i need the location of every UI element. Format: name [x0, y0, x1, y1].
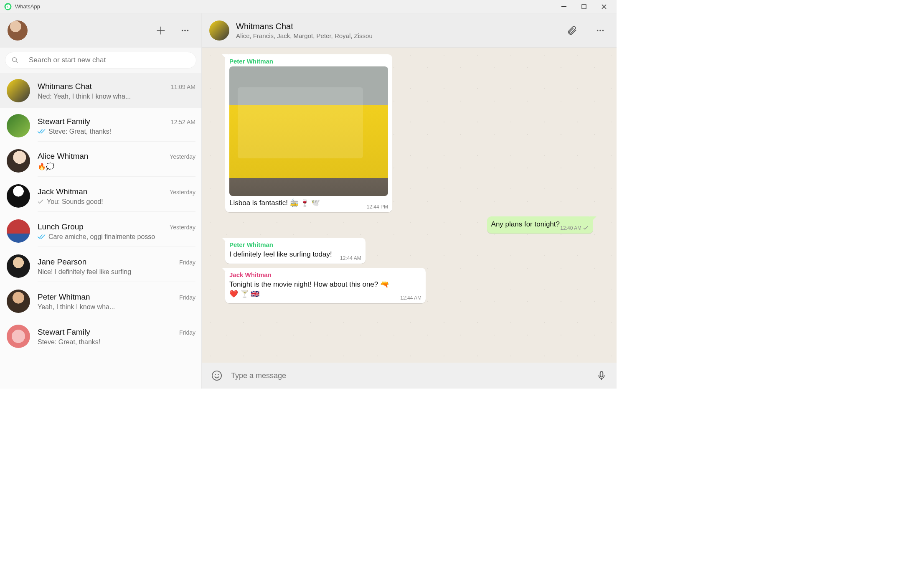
chat-snippet: Ned: Yeah, I think I know wha...	[38, 93, 195, 100]
more-horizontal-icon	[180, 26, 190, 35]
message-image[interactable]	[229, 66, 388, 196]
chat-avatar	[7, 290, 30, 313]
more-horizontal-icon	[596, 26, 605, 35]
composer	[202, 363, 617, 389]
left-header	[0, 13, 201, 48]
chat-name: Alice Whitman	[38, 152, 170, 161]
message-sender: Peter Whitman	[229, 241, 361, 248]
left-menu-button[interactable]	[176, 22, 194, 39]
message-sender: Jack Whitman	[229, 271, 421, 278]
chat-list-item[interactable]: Whitmans Chat11:09 AMNed: Yeah, I think …	[0, 73, 201, 108]
double-check-read-icon	[38, 129, 46, 135]
chat-time: Friday	[179, 294, 195, 301]
message-time: 12:44 AM	[400, 295, 421, 301]
window-minimize-button[interactable]	[554, 0, 574, 13]
chat-name: Stewart Family	[38, 328, 179, 337]
conversation-pane: Whitmans Chat Alice, Francis, Jack, Marg…	[202, 13, 617, 389]
smiley-icon	[211, 370, 223, 381]
conversation-title: Whitmans Chat	[236, 21, 373, 31]
double-check-read-icon	[38, 234, 46, 240]
message-text: Lisboa is fantastic! 🚋 🍷 🕊️	[229, 198, 388, 208]
chat-avatar	[7, 325, 30, 348]
chat-snippet: 🔥💭	[38, 163, 195, 170]
message-row: Any plans for tonight?12:40 AM	[225, 216, 593, 234]
svg-point-5	[187, 30, 189, 31]
chat-snippet: Nice! I definitely feel like surfing	[38, 268, 195, 276]
chat-list[interactable]: Whitmans Chat11:09 AMNed: Yeah, I think …	[0, 73, 201, 389]
message-time: 12:40 AM	[560, 225, 581, 231]
message-input[interactable]	[225, 371, 593, 380]
conversation-subtitle: Alice, Francis, Jack, Margot, Peter, Roy…	[236, 32, 373, 39]
chat-list-item[interactable]: Peter WhitmanFridayYeah, I think I know …	[0, 284, 201, 319]
message-bubble[interactable]: Peter WhitmanLisboa is fantastic! 🚋 🍷 🕊️…	[225, 54, 392, 212]
new-chat-button[interactable]	[152, 22, 170, 39]
conversation-header[interactable]: Whitmans Chat Alice, Francis, Jack, Marg…	[202, 13, 617, 48]
chat-list-item[interactable]: Stewart FamilyFridaySteve: Great, thanks…	[0, 319, 201, 354]
window-close-button[interactable]	[594, 0, 614, 13]
message-row: Peter WhitmanI definitely feel like surf…	[225, 238, 593, 264]
chat-time: Friday	[179, 329, 195, 336]
chat-list-pane: Whitmans Chat11:09 AMNed: Yeah, I think …	[0, 13, 202, 389]
window-maximize-button[interactable]	[574, 0, 594, 13]
chat-avatar	[7, 184, 30, 208]
chat-time: Yesterday	[170, 189, 195, 196]
window-titlebar: WhatsApp	[0, 0, 617, 13]
chat-snippet: Care amiche, oggi finalmente posso	[38, 233, 195, 241]
svg-point-7	[597, 30, 599, 31]
my-avatar[interactable]	[8, 20, 28, 41]
paperclip-icon	[566, 25, 577, 36]
chat-name: Whitmans Chat	[38, 82, 171, 91]
svg-point-8	[599, 30, 601, 31]
chat-name: Jane Pearson	[38, 257, 179, 267]
attach-button[interactable]	[563, 22, 581, 39]
svg-point-12	[218, 374, 219, 375]
window-title: WhatsApp	[15, 3, 40, 10]
chat-name: Stewart Family	[38, 117, 171, 126]
search-field[interactable]	[5, 52, 196, 69]
message-list[interactable]: Peter WhitmanLisboa is fantastic! 🚋 🍷 🕊️…	[202, 48, 617, 363]
chat-list-item[interactable]: Lunch GroupYesterdayCare amiche, oggi fi…	[0, 213, 201, 249]
svg-rect-13	[600, 371, 603, 377]
message-bubble[interactable]: Jack WhitmanTonight is the movie night! …	[225, 268, 426, 303]
microphone-icon	[596, 370, 607, 381]
chat-name: Peter Whitman	[38, 292, 179, 302]
chat-snippet: You: Sounds good!	[38, 198, 195, 206]
chat-name: Lunch Group	[38, 222, 170, 231]
chat-list-item[interactable]: Alice WhitmanYesterday🔥💭	[0, 143, 201, 178]
message-bubble[interactable]: Any plans for tonight?12:40 AM	[487, 216, 593, 234]
chat-list-item[interactable]: Jack WhitmanYesterdayYou: Sounds good!	[0, 178, 201, 213]
chat-avatar	[7, 149, 30, 173]
chat-name: Jack Whitman	[38, 187, 170, 196]
svg-point-10	[212, 371, 221, 380]
message-row: Peter WhitmanLisboa is fantastic! 🚋 🍷 🕊️…	[225, 54, 593, 212]
emoji-button[interactable]	[208, 367, 225, 384]
message-time: 12:44 AM	[340, 255, 361, 261]
conversation-avatar[interactable]	[209, 20, 229, 41]
chat-time: 12:52 AM	[171, 119, 195, 125]
search-input[interactable]	[29, 56, 190, 64]
chat-list-item[interactable]: Jane PearsonFridayNice! I definitely fee…	[0, 249, 201, 284]
chat-time: Friday	[179, 259, 195, 266]
svg-rect-2	[582, 5, 586, 9]
plus-icon	[155, 25, 166, 36]
message-text: Tonight is the movie night! How about th…	[229, 280, 421, 299]
chat-avatar	[7, 254, 30, 278]
whatsapp-logo-icon	[4, 3, 12, 10]
search-icon	[11, 56, 19, 64]
check-sent-icon	[583, 226, 589, 231]
conversation-menu-button[interactable]	[591, 22, 609, 39]
message-bubble[interactable]: Peter WhitmanI definitely feel like surf…	[225, 238, 366, 264]
svg-point-3	[182, 30, 183, 31]
message-sender: Peter Whitman	[229, 58, 388, 65]
chat-snippet: Steve: Great, thanks!	[38, 338, 195, 346]
message-time: 12:44 PM	[367, 204, 388, 210]
chat-time: Yesterday	[170, 153, 195, 160]
chat-snippet: Steve: Great, thanks!	[38, 128, 195, 135]
svg-point-9	[602, 30, 604, 31]
voice-message-button[interactable]	[593, 367, 610, 384]
chat-list-item[interactable]: Stewart Family12:52 AMSteve: Great, than…	[0, 108, 201, 143]
chat-snippet: Yeah, I think I know wha...	[38, 303, 195, 311]
chat-time: 11:09 AM	[171, 84, 195, 90]
svg-point-4	[184, 30, 186, 31]
svg-point-11	[215, 374, 216, 375]
